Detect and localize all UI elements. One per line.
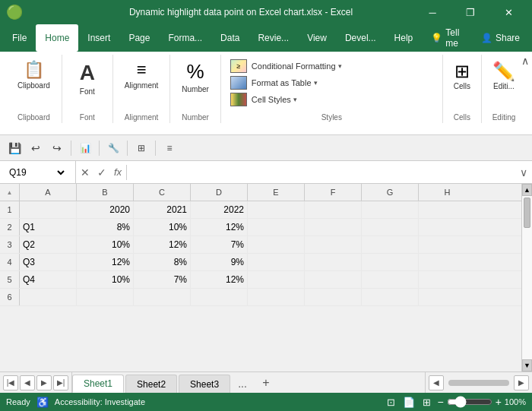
col-header-f[interactable]: F bbox=[305, 184, 362, 201]
cell-d6[interactable] bbox=[191, 289, 248, 305]
alignment-button[interactable]: ≡ Alignment bbox=[119, 58, 163, 92]
menu-review[interactable]: Revie... bbox=[249, 24, 298, 52]
insert-function-button[interactable]: fx bbox=[112, 165, 123, 179]
cell-a3[interactable]: Q2 bbox=[20, 236, 77, 253]
sheet-tab-2[interactable]: Sheet2 bbox=[125, 375, 177, 393]
cell-f6[interactable] bbox=[305, 289, 362, 305]
cell-g6[interactable] bbox=[362, 289, 419, 305]
zoom-slider[interactable] bbox=[447, 396, 492, 408]
cell-a6[interactable] bbox=[20, 289, 77, 305]
cell-styles-button[interactable]: Cell Styles ▾ bbox=[227, 91, 436, 108]
scroll-thumb[interactable] bbox=[524, 198, 530, 228]
scroll-up-button[interactable]: ▲ bbox=[522, 184, 532, 196]
name-box[interactable]: Q19 bbox=[0, 161, 76, 183]
add-sheet-button[interactable]: + bbox=[256, 373, 276, 393]
formula-input[interactable] bbox=[127, 167, 515, 178]
cell-g4[interactable] bbox=[362, 254, 419, 270]
more-tb-btn[interactable]: ≡ bbox=[160, 138, 179, 158]
scroll-down-button[interactable]: ▼ bbox=[522, 359, 532, 371]
more-sheets-button[interactable]: ... bbox=[232, 375, 253, 393]
select-btn[interactable]: ⊞ bbox=[131, 138, 151, 158]
cell-d2[interactable]: 12% bbox=[191, 219, 248, 236]
col-header-b[interactable]: B bbox=[77, 184, 134, 201]
cell-d5[interactable]: 12% bbox=[191, 271, 248, 288]
cell-a2[interactable]: Q1 bbox=[20, 219, 77, 236]
sheet-last-button[interactable]: ▶| bbox=[53, 375, 68, 390]
menu-developer[interactable]: Devel... bbox=[336, 24, 385, 52]
cell-e1[interactable] bbox=[248, 201, 305, 218]
vertical-scrollbar[interactable]: ▲ ▼ bbox=[521, 184, 532, 371]
sheet-next-button[interactable]: ▶ bbox=[36, 375, 52, 390]
cell-c2[interactable]: 10% bbox=[134, 219, 191, 236]
save-toolbar-button[interactable]: 💾 bbox=[5, 138, 24, 158]
cells-button[interactable]: ⊞ Cells bbox=[449, 58, 475, 93]
cell-a1[interactable] bbox=[20, 201, 77, 218]
cell-c6[interactable] bbox=[134, 289, 191, 305]
tell-me[interactable]: 💡 Tell me bbox=[422, 24, 472, 52]
cell-b6[interactable] bbox=[77, 289, 134, 305]
col-header-g[interactable]: G bbox=[362, 184, 419, 201]
redo-button[interactable]: ↪ bbox=[47, 138, 67, 158]
customize-qat-button[interactable]: 📊 bbox=[75, 138, 95, 158]
cell-d4[interactable]: 9% bbox=[191, 254, 248, 270]
close-button[interactable]: ✕ bbox=[491, 0, 526, 24]
cell-c1[interactable]: 2021 bbox=[134, 201, 191, 218]
cell-b4[interactable]: 12% bbox=[77, 254, 134, 270]
h-scroll-thumb[interactable] bbox=[448, 380, 509, 386]
name-box-select[interactable]: Q19 bbox=[6, 166, 67, 179]
undo-button[interactable]: ↩ bbox=[26, 138, 46, 158]
accessibility-icon[interactable]: ♿ bbox=[36, 397, 49, 408]
editing-button[interactable]: ✏️ Editi... bbox=[488, 58, 520, 93]
cell-f2[interactable] bbox=[305, 219, 362, 236]
formula-expand-button[interactable]: ∨ bbox=[515, 166, 532, 179]
cell-g1[interactable] bbox=[362, 201, 419, 218]
cell-e3[interactable] bbox=[248, 236, 305, 253]
cell-g3[interactable] bbox=[362, 236, 419, 253]
cell-b2[interactable]: 8% bbox=[77, 219, 134, 236]
h-scroll-right-button[interactable]: ▶ bbox=[514, 375, 529, 390]
menu-file[interactable]: File bbox=[3, 24, 36, 52]
col-header-e[interactable]: E bbox=[248, 184, 305, 201]
menu-view[interactable]: View bbox=[298, 24, 336, 52]
page-layout-button[interactable]: 📄 bbox=[401, 397, 416, 408]
cell-h5[interactable] bbox=[419, 271, 476, 288]
cell-e5[interactable] bbox=[248, 271, 305, 288]
col-header-c[interactable]: C bbox=[134, 184, 191, 201]
cell-b3[interactable]: 10% bbox=[77, 236, 134, 253]
cell-f5[interactable] bbox=[305, 271, 362, 288]
cell-g2[interactable] bbox=[362, 219, 419, 236]
cell-e2[interactable] bbox=[248, 219, 305, 236]
cell-d1[interactable]: 2022 bbox=[191, 201, 248, 218]
cell-h3[interactable] bbox=[419, 236, 476, 253]
page-break-button[interactable]: ⊞ bbox=[421, 397, 432, 408]
cancel-formula-button[interactable]: ✕ bbox=[79, 165, 91, 180]
window-controls[interactable]: ─ ❐ ✕ bbox=[415, 0, 526, 24]
zoom-plus-button[interactable]: + bbox=[496, 396, 502, 408]
format-as-table-button[interactable]: Format as Table ▾ bbox=[227, 74, 436, 91]
ribbon-collapse-button[interactable]: ∧ bbox=[521, 55, 529, 67]
menu-insert[interactable]: Insert bbox=[78, 24, 119, 52]
cell-e4[interactable] bbox=[248, 254, 305, 270]
menu-page[interactable]: Page bbox=[119, 24, 159, 52]
cell-a4[interactable]: Q3 bbox=[20, 254, 77, 270]
menu-format[interactable]: Forma... bbox=[159, 24, 211, 52]
col-header-d[interactable]: D bbox=[191, 184, 248, 201]
cell-d3[interactable]: 7% bbox=[191, 236, 248, 253]
confirm-formula-button[interactable]: ✓ bbox=[96, 165, 108, 180]
cell-c3[interactable]: 12% bbox=[134, 236, 191, 253]
cell-c5[interactable]: 7% bbox=[134, 271, 191, 288]
sheet-first-button[interactable]: |◀ bbox=[3, 375, 18, 390]
cell-h4[interactable] bbox=[419, 254, 476, 270]
cell-g5[interactable] bbox=[362, 271, 419, 288]
cell-h6[interactable] bbox=[419, 289, 476, 305]
font-button[interactable]: A Font bbox=[68, 58, 106, 98]
restore-button[interactable]: ❐ bbox=[453, 0, 488, 24]
menu-data[interactable]: Data bbox=[211, 24, 249, 52]
conditional-formatting-button[interactable]: ≥ Conditional Formatting ▾ bbox=[227, 58, 436, 74]
share-button[interactable]: 👤 Share bbox=[472, 24, 529, 52]
col-header-h[interactable]: H bbox=[419, 184, 476, 201]
normal-view-button[interactable]: ⊡ bbox=[385, 397, 397, 408]
cell-h2[interactable] bbox=[419, 219, 476, 236]
cell-f4[interactable] bbox=[305, 254, 362, 270]
cell-a5[interactable]: Q4 bbox=[20, 271, 77, 288]
